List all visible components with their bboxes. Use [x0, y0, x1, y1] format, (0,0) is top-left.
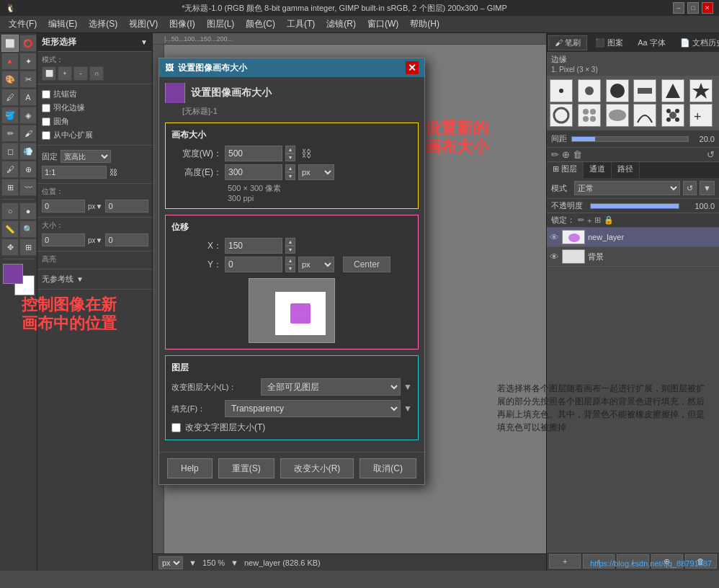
antialias-check[interactable] [42, 90, 50, 99]
dialog-close-button[interactable]: ✕ [406, 61, 419, 74]
resize-layers-select[interactable]: 全部可见图层 全部图层 图像大小图层 无 [261, 378, 401, 396]
rounded-check[interactable] [42, 117, 50, 126]
tool-eraser[interactable]: ◻ [1, 143, 19, 160]
center-button[interactable]: Center [343, 257, 390, 272]
maximize-btn[interactable]: □ [687, 2, 699, 14]
tool-clone[interactable]: ⊞ [1, 179, 19, 196]
delete-brush-icon[interactable]: 🗑 [573, 149, 582, 160]
tab-brushes[interactable]: 🖌 笔刷 [548, 35, 587, 50]
mode-subtract[interactable]: - [73, 66, 88, 81]
unit-select-dialog[interactable]: px % mm [298, 164, 334, 180]
lock-position-icon[interactable]: ⊞ [594, 215, 601, 225]
help-button[interactable]: Help [167, 458, 213, 478]
foreground-color[interactable] [3, 264, 23, 284]
menu-tools[interactable]: 工具(T) [281, 17, 321, 32]
tool-blend[interactable]: ◈ [19, 107, 37, 124]
tool-select-by-color[interactable]: 🎨 [1, 71, 19, 88]
height-up[interactable]: ▲ [285, 164, 295, 172]
mode-intersect[interactable]: ∩ [89, 66, 104, 81]
brush-item[interactable] [550, 79, 573, 102]
width-down[interactable]: ▼ [285, 153, 295, 161]
ratio-input[interactable] [42, 166, 107, 179]
lock-pixels-icon[interactable]: ✏ [578, 215, 584, 225]
menu-colors[interactable]: 颜色(C) [240, 17, 281, 32]
menu-view[interactable]: 视图(V) [123, 17, 164, 32]
fixed-select[interactable]: 宽高比 固定宽度 固定高度 [61, 150, 111, 163]
menu-layers[interactable]: 图层(L) [201, 17, 241, 32]
brush-item[interactable]: + [689, 104, 713, 127]
layer-mode-reset[interactable]: ↺ [683, 181, 697, 195]
expand-check[interactable] [42, 131, 50, 140]
x-input[interactable] [225, 238, 282, 254]
spacing-slider[interactable] [571, 136, 689, 142]
layer-eye-bg[interactable]: 👁 [550, 251, 559, 262]
brush-item[interactable] [633, 104, 656, 127]
brush-item[interactable] [578, 79, 601, 102]
reset-button[interactable]: 重置(S) [218, 458, 274, 478]
tool-align[interactable]: ⊞ [19, 239, 37, 256]
width-up[interactable]: ▲ [285, 146, 295, 153]
tool-ink[interactable]: 🖋 [1, 161, 19, 178]
width-input[interactable] [225, 146, 282, 161]
brush-item[interactable] [689, 79, 713, 102]
tool-fuzzy-select[interactable]: ✦ [19, 53, 37, 70]
menu-select[interactable]: 选择(S) [83, 17, 123, 32]
brush-item[interactable] [661, 104, 684, 127]
brush-item[interactable] [578, 104, 601, 127]
layer-item-new[interactable]: 👁 new_layer [547, 228, 719, 247]
menu-file[interactable]: 文件(F) [3, 17, 43, 32]
tool-color-pick[interactable]: 🔍 [19, 220, 37, 238]
height-input[interactable] [225, 164, 282, 180]
lock-alpha-icon[interactable]: + [587, 216, 591, 225]
chain-link-icon[interactable]: ⛓ [301, 148, 311, 159]
x-up[interactable]: ▲ [285, 238, 295, 246]
tool-text[interactable]: A [19, 89, 37, 106]
edit-brush-icon[interactable]: ✏ [551, 149, 559, 160]
minimize-btn[interactable]: – [673, 2, 684, 14]
mode-replace[interactable]: ⬜ [42, 66, 56, 81]
layer-mode-select[interactable]: 正常 溶解 变暗 [574, 181, 680, 195]
tool-scissors[interactable]: ✂ [19, 71, 37, 88]
unit-select[interactable]: px [158, 556, 183, 569]
resize-button[interactable]: 改变大小(R) [280, 458, 354, 478]
menu-edit[interactable]: 编辑(E) [43, 17, 83, 32]
layer-mode-info[interactable]: ▼ [700, 181, 715, 195]
brush-item[interactable] [550, 104, 573, 127]
brush-item[interactable] [606, 79, 629, 102]
tool-measure[interactable]: 📏 [1, 220, 19, 238]
fill-select[interactable]: Transparency 前景色 背景色 白色 [225, 400, 401, 417]
tool-free-select[interactable]: 🔺 [1, 53, 19, 70]
opacity-slider[interactable] [590, 203, 679, 209]
tool-move[interactable]: ✥ [1, 239, 19, 256]
lock-all-icon[interactable]: 🔒 [604, 215, 614, 225]
tab-layers[interactable]: ⊞ 图层 [547, 162, 584, 178]
brush-item[interactable] [606, 104, 629, 127]
resize-text-check[interactable] [171, 423, 181, 432]
height-down[interactable]: ▼ [285, 172, 295, 180]
tab-channels[interactable]: 通道 [584, 162, 612, 178]
menu-windows[interactable]: 窗口(W) [362, 17, 404, 32]
menu-filters[interactable]: 滤镜(R) [321, 17, 362, 32]
refresh-brush-icon[interactable]: ↺ [707, 149, 715, 160]
x-down[interactable]: ▼ [285, 246, 295, 254]
y-up[interactable]: ▲ [285, 257, 295, 264]
tool-pencil[interactable]: ✏ [1, 125, 19, 142]
y-down[interactable]: ▼ [285, 264, 295, 272]
tool-rect-select[interactable]: ⬜ [1, 35, 19, 52]
brush-item[interactable] [661, 79, 684, 102]
tool-ellipse-select[interactable]: ⭕ [19, 35, 37, 52]
tool-burn[interactable]: ● [19, 202, 37, 220]
size-y-input[interactable] [105, 233, 148, 246]
offset-unit-select[interactable]: px [298, 257, 334, 272]
menu-help[interactable]: 帮助(H) [404, 17, 445, 32]
brush-item[interactable] [633, 79, 656, 102]
tool-dodge[interactable]: ○ [1, 202, 19, 220]
pos-y-input[interactable] [105, 200, 148, 213]
pos-x-input[interactable] [42, 200, 85, 213]
tool-heal[interactable]: ⊕ [19, 161, 37, 178]
tool-bucket-fill[interactable]: 🪣 [1, 107, 19, 124]
new-layer-btn[interactable]: + [549, 554, 581, 569]
feather-check[interactable] [42, 104, 50, 112]
tool-paintbrush[interactable]: 🖌 [19, 125, 37, 142]
tab-patterns[interactable]: ⬛ 图案 [589, 35, 630, 50]
